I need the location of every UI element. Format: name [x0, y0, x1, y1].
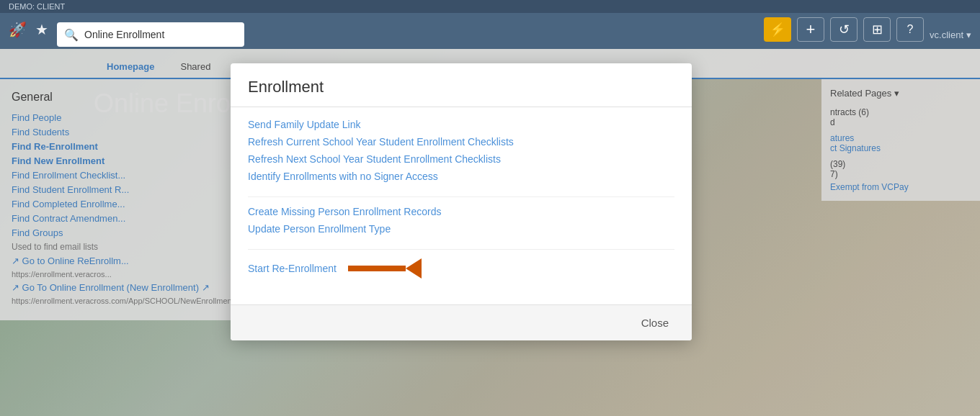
arrow-body: [348, 266, 406, 271]
arrow-head: [406, 258, 422, 279]
modal-link-create-missing[interactable]: Create Missing Person Enrollment Records: [248, 206, 674, 217]
star-icon[interactable]: ★: [35, 21, 48, 38]
modal-footer: Close: [231, 304, 692, 340]
modal-section-3: Start Re-Enrollment: [248, 258, 674, 279]
plus-button[interactable]: +: [797, 17, 824, 42]
modal-divider-2: [248, 249, 674, 250]
modal-link-start-reenrollment[interactable]: Start Re-Enrollment: [248, 263, 337, 274]
modal-link-send-family-update[interactable]: Send Family Update Link: [248, 119, 674, 130]
arrow-annotation: [348, 258, 422, 279]
demo-label: DEMO: CLIENT: [0, 0, 980, 13]
help-button[interactable]: ?: [896, 17, 924, 42]
modal-title: Enrollment: [248, 78, 674, 96]
modal-link-refresh-next[interactable]: Refresh Next School Year Student Enrollm…: [248, 153, 674, 165]
modal-overlay: Enrollment Send Family Update Link Refre…: [0, 49, 980, 416]
search-bar[interactable]: 🔍 Online Enrollment: [57, 22, 244, 47]
grid-button[interactable]: ⊞: [863, 17, 891, 42]
lightning-button[interactable]: ⚡: [764, 17, 791, 42]
modal-link-identify-enrollments[interactable]: Identify Enrollments with no Signer Acce…: [248, 171, 674, 182]
modal-header: Enrollment: [231, 63, 692, 107]
modal-link-update-person[interactable]: Update Person Enrollment Type: [248, 223, 674, 235]
nav-right-icons: ⚡ + ↺ ⊞ ? vc.client ▾: [764, 17, 971, 42]
history-button[interactable]: ↺: [830, 17, 858, 42]
top-nav-bar: DEMO: CLIENT 🚀 ★ 🔍 Online Enrollment ⚡ +…: [0, 0, 980, 49]
search-text: Online Enrollment: [84, 29, 164, 40]
rocket-icon[interactable]: 🚀: [9, 21, 27, 38]
modal-divider-1: [248, 196, 674, 197]
user-label[interactable]: vc.client ▾: [930, 30, 971, 40]
modal-link-refresh-current[interactable]: Refresh Current School Year Student Enro…: [248, 136, 674, 148]
modal-body: Send Family Update Link Refresh Current …: [231, 107, 692, 304]
close-button[interactable]: Close: [636, 314, 674, 332]
re-enrollment-row: Start Re-Enrollment: [248, 258, 674, 279]
modal-section-2: Create Missing Person Enrollment Records…: [248, 206, 674, 235]
search-icon: 🔍: [64, 28, 79, 42]
chevron-down-icon: ▾: [966, 30, 971, 40]
enrollment-modal: Enrollment Send Family Update Link Refre…: [231, 63, 692, 340]
modal-section-1: Send Family Update Link Refresh Current …: [248, 119, 674, 182]
nav-icons-left: 🚀 ★ 🔍 Online Enrollment: [9, 12, 172, 47]
